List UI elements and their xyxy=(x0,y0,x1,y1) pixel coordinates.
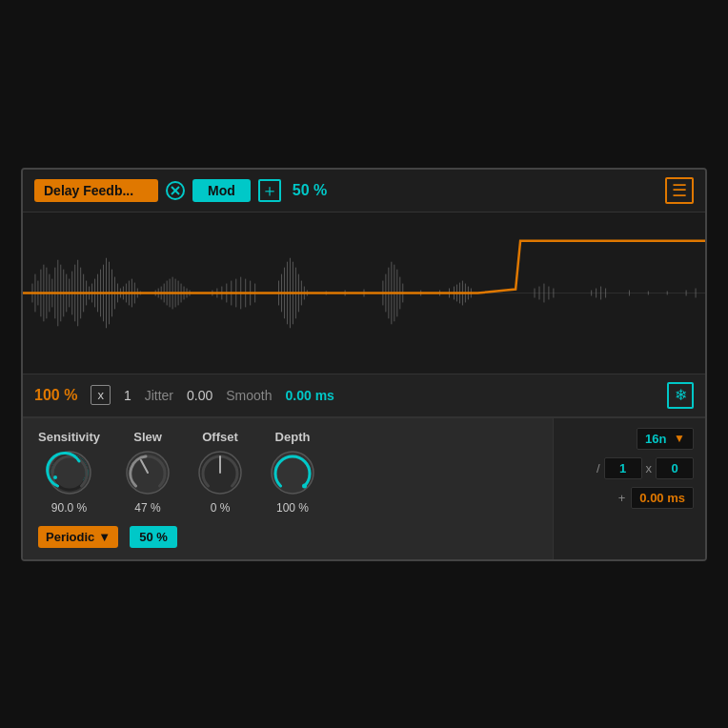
mult-value[interactable]: 0 xyxy=(656,457,694,479)
mod-percent: 50 % xyxy=(293,182,657,199)
close-button[interactable] xyxy=(166,181,185,200)
plugin-container: Delay Feedb... Mod ＋ 50 % ☰ xyxy=(21,168,707,561)
svg-point-115 xyxy=(53,475,57,479)
note-row: 16n ▼ xyxy=(565,428,694,450)
depth-label: Depth xyxy=(275,430,311,444)
controls-bar: 100 % x 1 Jitter 0.00 Smooth 0.00 ms ❄ xyxy=(23,374,705,418)
offset-knob[interactable] xyxy=(195,448,245,497)
plugin-name[interactable]: Delay Feedb... xyxy=(34,179,158,202)
slew-knob[interactable] xyxy=(123,448,172,497)
depth-value: 100 % xyxy=(276,501,309,515)
smooth-value[interactable]: 0.00 ms xyxy=(286,388,334,403)
svg-point-121 xyxy=(302,483,307,488)
offset-group: Offset 0 % xyxy=(195,430,245,515)
depth-group: Depth 100 % xyxy=(268,430,317,515)
amount-value[interactable]: 100 % xyxy=(34,387,77,404)
sensitivity-value: 90.0 % xyxy=(51,501,87,515)
slew-value: 47 % xyxy=(134,501,160,515)
svg-point-120 xyxy=(272,452,313,494)
note-arrow-icon: ▼ xyxy=(674,432,685,445)
knobs-section: Sensitivity xyxy=(23,418,553,559)
waveform-display[interactable] xyxy=(23,212,705,374)
depth-knob[interactable] xyxy=(268,448,317,497)
div-label: / xyxy=(597,461,600,475)
jitter-label: Jitter xyxy=(145,388,173,403)
periodic-dropdown[interactable]: Periodic ▼ xyxy=(38,526,118,548)
plus-label: + xyxy=(618,491,626,505)
freeze-button[interactable]: ❄ xyxy=(667,382,694,409)
mult-label: x xyxy=(646,461,653,475)
sensitivity-label: Sensitivity xyxy=(38,430,100,444)
sensitivity-knob[interactable] xyxy=(45,448,94,497)
slew-label: Slew xyxy=(133,430,162,444)
right-panel: 16n ▼ / 1 x 0 + 0.00 ms xyxy=(553,418,705,559)
add-button[interactable]: ＋ xyxy=(258,179,281,202)
offset-label: Offset xyxy=(202,430,238,444)
div-value[interactable]: 1 xyxy=(604,457,642,479)
note-dropdown[interactable]: 16n ▼ xyxy=(637,428,694,450)
header: Delay Feedb... Mod ＋ 50 % ☰ xyxy=(23,170,705,212)
plus-row: + 0.00 ms xyxy=(565,487,694,509)
offset-value: 0 % xyxy=(211,501,231,515)
knobs-row: Sensitivity xyxy=(38,430,537,515)
smooth-label: Smooth xyxy=(226,388,272,403)
multiplier-value[interactable]: 1 xyxy=(124,388,131,403)
slew-box[interactable]: 50 % xyxy=(130,526,177,548)
multiplier-box[interactable]: x xyxy=(91,385,111,405)
menu-button[interactable]: ☰ xyxy=(665,177,694,204)
slew-group: Slew 47 % xyxy=(123,430,172,515)
svg-point-113 xyxy=(49,452,91,494)
mod-button[interactable]: Mod xyxy=(192,179,251,202)
bottom-section: Sensitivity xyxy=(23,418,705,559)
sensitivity-group: Sensitivity xyxy=(38,430,100,515)
plus-value[interactable]: 0.00 ms xyxy=(631,487,694,509)
division-row: / 1 x 0 xyxy=(565,457,694,479)
jitter-value[interactable]: 0.00 xyxy=(187,388,212,403)
